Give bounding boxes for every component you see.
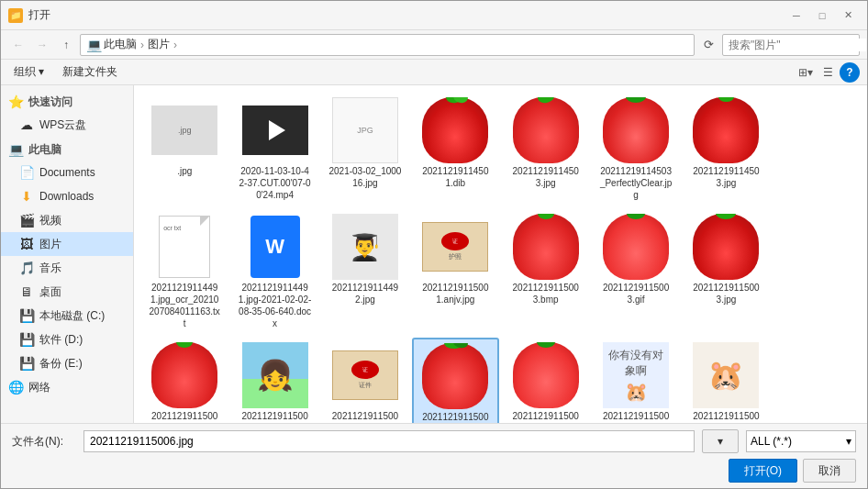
title-bar-left: 📁 打开	[8, 7, 50, 23]
file-item[interactable]: JPG 2021-03-02_100016.jpg	[322, 93, 408, 206]
forward-button[interactable]: →	[32, 35, 52, 55]
filetype-dropdown-arrow: ▾	[846, 435, 851, 448]
wps-cloud-icon: ☁	[19, 117, 34, 132]
videos-icon: 🎬	[19, 213, 34, 228]
filename-row: 文件名(N): ▾ ALL (*.*) ▾	[12, 429, 856, 453]
file-name: 20211219114503.jpg	[509, 165, 583, 189]
file-item[interactable]: 20211219115003.png	[141, 338, 228, 423]
file-item[interactable]: 20211219115003.jpg	[683, 209, 769, 334]
file-name: 2021-03-02_100016.jpg	[328, 165, 402, 189]
sidebar-item-downloads[interactable]: ⬇ Downloads	[1, 184, 133, 208]
file-name: 20211219115008.jpg	[599, 410, 673, 423]
sidebar-item-wps-cloud[interactable]: ☁ WPS云盘	[1, 113, 133, 137]
sidebar-item-software-d[interactable]: 💾 软件 (D:)	[1, 328, 133, 351]
file-name: 20211219115007.jpg	[509, 410, 583, 423]
file-thumbnail: W	[242, 214, 308, 280]
file-item[interactable]: 20211219114503_PerfectlyClear.jpg	[593, 93, 679, 206]
file-thumbnail	[422, 97, 488, 163]
sidebar-item-desktop[interactable]: 🖥 桌面	[1, 280, 133, 304]
sidebar-item-documents[interactable]: 📄 Documents	[1, 161, 133, 184]
file-thumbnail	[693, 214, 759, 280]
file-item[interactable]: 20211219114503.jpg	[683, 93, 769, 206]
action-row: 打开(O) 取消	[12, 459, 856, 483]
sidebar-item-network[interactable]: 🌐 网络	[1, 375, 133, 399]
file-thumbnail	[151, 342, 217, 408]
file-thumbnail	[422, 343, 488, 409]
file-thumbnail	[513, 97, 579, 163]
file-item[interactable]: 20211219115007.jpg	[503, 338, 589, 423]
music-icon: 🎵	[19, 261, 34, 275]
file-item[interactable]: 2020-11-03-10-42-37.CUT.00'07-00'24.mp4	[231, 93, 317, 206]
file-item[interactable]: 🐹 20211219115009.jpg	[683, 338, 769, 423]
desktop-icon: 🖥	[19, 284, 34, 299]
file-thumbnail: 证 护照	[422, 214, 488, 280]
help-button[interactable]: ?	[840, 62, 860, 83]
address-bar[interactable]: 💻 此电脑 › 图片 ›	[80, 34, 695, 56]
video-thumb	[242, 106, 308, 155]
file-name: 20211219114501.dib	[418, 165, 492, 189]
file-name: 20211219114491.jpg_ocr_20210207084011163…	[148, 282, 221, 329]
pictures-icon: 🖼	[19, 237, 34, 251]
file-name: 20211219115003.bmp	[509, 282, 583, 306]
file-name: 20211219114492.jpg	[328, 282, 402, 306]
file-item[interactable]: 证 护照 20211219115001.anjv.jpg	[412, 209, 498, 334]
file-item[interactable]: .jpg .jpg	[141, 93, 228, 206]
file-item[interactable]: 20211219115003.bmp	[503, 209, 589, 334]
file-thumbnail: ocr txt	[151, 214, 217, 280]
file-name: 20211219115003.gif	[599, 282, 673, 306]
bottom-bar: 文件名(N): ▾ ALL (*.*) ▾ 打开(O) 取消	[1, 423, 867, 488]
file-item[interactable]: 你有没有对象啊 🐹 20211219115008.jpg	[593, 338, 679, 423]
address-toolbar: ← → ↑ 💻 此电脑 › 图片 › ⟳ 🔍	[1, 30, 867, 60]
file-item[interactable]: 👨‍🎓 20211219114492.jpg	[322, 209, 408, 334]
file-thumbnail	[513, 214, 579, 280]
file-item[interactable]: 证 证件 20211219115005.jpg	[322, 338, 408, 423]
file-item[interactable]: 20211219115003.gif	[593, 209, 679, 334]
view-buttons: ⊞▾ ☰ ?	[796, 62, 860, 83]
organize-button[interactable]: 组织 ▾	[8, 62, 50, 83]
address-sep1: ›	[140, 39, 144, 51]
file-thumbnail: 你有没有对象啊 🐹	[603, 342, 669, 408]
filename-dropdown-button[interactable]: ▾	[702, 429, 739, 453]
details-pane-button[interactable]: ☰	[818, 62, 838, 83]
file-area: .jpg .jpg 2020-11-03-10-42-37.CUT.00'07-…	[134, 85, 867, 423]
file-item[interactable]: 20211219114503.jpg	[503, 93, 589, 206]
sidebar-item-local-disk-c[interactable]: 💾 本地磁盘 (C:)	[1, 304, 133, 328]
file-name: 20211219115005.jpg	[328, 410, 402, 423]
up-button[interactable]: ↑	[56, 35, 76, 55]
search-bar[interactable]: 🔍	[722, 34, 860, 56]
file-thumbnail: 证 证件	[332, 342, 398, 408]
view-toggle-button[interactable]: ⊞▾	[796, 62, 816, 83]
filename-input[interactable]	[83, 430, 695, 452]
file-item[interactable]: 👧 20211219115004.jpg	[231, 338, 317, 423]
quick-access-icon: ⭐	[8, 94, 23, 109]
search-input[interactable]	[729, 39, 866, 51]
sidebar-item-music[interactable]: 🎵 音乐	[1, 256, 133, 280]
address-sep2: ›	[173, 39, 177, 51]
refresh-button[interactable]: ⟳	[698, 35, 718, 55]
file-item[interactable]: W 20211219114491.jpg-2021-02-02-08-35-06…	[231, 209, 317, 334]
close-button[interactable]: ✕	[836, 6, 860, 25]
cancel-button[interactable]: 取消	[803, 459, 856, 483]
back-button[interactable]: ←	[8, 35, 28, 55]
file-item[interactable]: ocr txt 20211219114491.jpg_ocr_202102070…	[141, 209, 228, 334]
file-name: 20211219115004.jpg	[239, 410, 312, 423]
documents-icon: 📄	[19, 165, 34, 180]
filetype-select[interactable]: ALL (*.*) ▾	[746, 430, 856, 452]
sidebar-item-backup-e[interactable]: 💾 备份 (E:)	[1, 351, 133, 375]
file-name: 20211219115003.jpg	[689, 282, 762, 306]
new-folder-button[interactable]: 新建文件夹	[57, 62, 123, 83]
file-thumbnail	[603, 214, 669, 280]
file-item-selected[interactable]: 20211219115006.jpg	[412, 338, 498, 423]
file-thumbnail: 🐹	[693, 342, 759, 408]
maximize-button[interactable]: □	[810, 6, 834, 25]
file-item[interactable]: 20211219114501.dib	[412, 93, 498, 206]
open-button[interactable]: 打开(O)	[729, 459, 797, 483]
sidebar-item-videos[interactable]: 🎬 视频	[1, 208, 133, 232]
network-icon: 🌐	[8, 380, 23, 395]
minimize-button[interactable]: ─	[785, 6, 808, 25]
file-grid: .jpg .jpg 2020-11-03-10-42-37.CUT.00'07-…	[141, 93, 860, 423]
this-pc-icon: 💻	[8, 142, 23, 157]
file-thumbnail: 👨‍🎓	[332, 214, 398, 280]
title-bar: 📁 打开 ─ □ ✕	[1, 1, 867, 30]
sidebar-item-pictures[interactable]: 🖼 图片	[1, 232, 133, 256]
